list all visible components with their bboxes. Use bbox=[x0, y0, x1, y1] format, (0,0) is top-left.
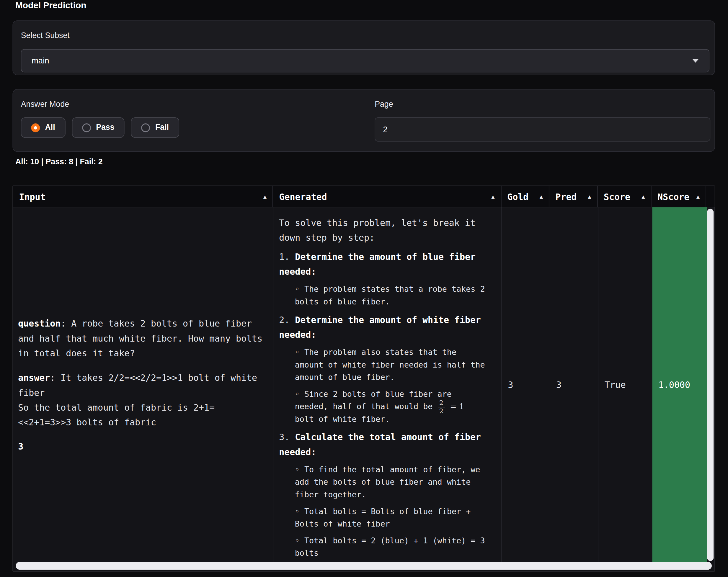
sort-asc-icon[interactable]: ▲ bbox=[540, 193, 543, 200]
col-header-pred-label: Pred bbox=[555, 191, 577, 202]
sort-asc-icon[interactable]: ▲ bbox=[491, 193, 494, 200]
answer-label: answer bbox=[18, 372, 50, 383]
header-gutter bbox=[706, 186, 714, 207]
col-header-generated-label: Generated bbox=[279, 191, 327, 202]
generated-intro: To solve this problem, let's break it do… bbox=[279, 215, 487, 245]
radio-selected-icon bbox=[31, 123, 40, 132]
generated-step-3-heading: 3. Calculate the total amount of fiber n… bbox=[279, 430, 487, 459]
cell-score: True bbox=[598, 208, 652, 562]
radio-unselected-icon bbox=[82, 123, 91, 132]
radio-all[interactable]: All bbox=[21, 117, 66, 138]
bullet-icon: ◦ bbox=[295, 284, 300, 294]
radio-fail-label: Fail bbox=[155, 123, 169, 132]
subset-label: Select Subset bbox=[21, 31, 70, 40]
page-field-label: Page bbox=[374, 100, 393, 109]
page-title: Model Prediction bbox=[15, 1, 86, 11]
col-header-pred[interactable]: Pred ▲ bbox=[549, 186, 598, 207]
answer-mode-label: Answer Mode bbox=[21, 100, 69, 109]
question-label: question bbox=[18, 318, 60, 328]
stats-summary: All: 10 | Pass: 8 | Fail: 2 bbox=[15, 157, 103, 166]
controls-panel: Answer Mode All Pass Fail Page bbox=[12, 89, 715, 152]
answer-mode-radio-group: All Pass Fail bbox=[21, 117, 179, 138]
radio-pass-label: Pass bbox=[96, 123, 114, 132]
col-header-input[interactable]: Input ▲ bbox=[13, 186, 273, 207]
bullet-icon: ◦ bbox=[295, 465, 300, 474]
generated-bullet: ◦ Total bolts = Bolts of blue fiber + Bo… bbox=[295, 505, 487, 530]
cell-gold: 3 bbox=[502, 208, 550, 562]
col-header-input-label: Input bbox=[19, 191, 46, 202]
radio-pass[interactable]: Pass bbox=[72, 117, 125, 138]
generated-step-1-heading: 1. Determine the amount of blue fiber ne… bbox=[279, 249, 487, 279]
input-answer: answer: It takes 2/2=<<2/2=1>>1 bolt of … bbox=[18, 370, 264, 429]
chevron-down-icon bbox=[692, 59, 699, 63]
generated-bullet: ◦ Total bolts = 2 (blue) + 1 (white) = 3… bbox=[295, 534, 487, 559]
sort-asc-icon[interactable]: ▲ bbox=[642, 193, 645, 200]
generated-bullet: ◦ The problem also states that the amoun… bbox=[295, 346, 487, 384]
col-header-gold-label: Gold bbox=[507, 191, 528, 202]
cell-generated: To solve this problem, let's break it do… bbox=[274, 208, 502, 562]
bullet-icon: ◦ bbox=[295, 348, 300, 357]
sort-asc-icon[interactable]: ▲ bbox=[588, 193, 591, 200]
table-row: question: A robe takes 2 bolts of blue f… bbox=[13, 208, 714, 562]
generated-bullet: ◦ The problem states that a robe takes 2… bbox=[295, 283, 487, 308]
col-header-gold[interactable]: Gold ▲ bbox=[501, 186, 549, 207]
input-final-answer: 3 bbox=[18, 439, 264, 454]
cell-pred: 3 bbox=[550, 208, 599, 562]
sort-asc-icon[interactable]: ▲ bbox=[263, 193, 266, 200]
radio-all-label: All bbox=[45, 123, 55, 132]
col-header-nscore-label: NScore bbox=[657, 191, 689, 202]
subset-panel: Select Subset main bbox=[12, 20, 715, 75]
horizontal-scrollbar[interactable] bbox=[16, 562, 711, 570]
radio-fail[interactable]: Fail bbox=[131, 117, 179, 138]
vertical-scrollbar[interactable] bbox=[707, 209, 713, 561]
bullet-icon: ◦ bbox=[295, 506, 300, 516]
generated-bullet: ◦ To find the total amount of fiber, we … bbox=[295, 463, 487, 501]
math-fraction: 22 bbox=[438, 399, 445, 414]
cell-nscore: 1.0000 bbox=[652, 208, 707, 562]
col-header-nscore[interactable]: NScore ▲ bbox=[652, 186, 706, 207]
cell-input: question: A robe takes 2 bolts of blue f… bbox=[13, 208, 274, 562]
col-header-generated[interactable]: Generated ▲ bbox=[273, 186, 501, 207]
sort-asc-icon[interactable]: ▲ bbox=[696, 193, 700, 200]
page-number-input[interactable] bbox=[374, 117, 710, 142]
table-header-row: Input ▲ Generated ▲ Gold ▲ Pred ▲ Score … bbox=[13, 186, 714, 208]
generated-bullet: ◦ Since 2 bolts of blue fiber are needed… bbox=[295, 388, 487, 425]
col-header-score[interactable]: Score ▲ bbox=[598, 186, 652, 207]
radio-unselected-icon bbox=[141, 123, 150, 132]
subset-dropdown-value: main bbox=[32, 56, 49, 66]
generated-step-2-heading: 2. Determine the amount of white fiber n… bbox=[279, 312, 487, 342]
col-header-score-label: Score bbox=[604, 191, 630, 202]
input-question: question: A robe takes 2 bolts of blue f… bbox=[18, 315, 264, 360]
results-table: Input ▲ Generated ▲ Gold ▲ Pred ▲ Score … bbox=[12, 186, 715, 571]
bullet-icon: ◦ bbox=[295, 536, 300, 545]
app-root: Model Prediction Select Subset main Answ… bbox=[0, 0, 728, 577]
bullet-icon: ◦ bbox=[295, 389, 300, 398]
subset-dropdown[interactable]: main bbox=[21, 49, 709, 73]
